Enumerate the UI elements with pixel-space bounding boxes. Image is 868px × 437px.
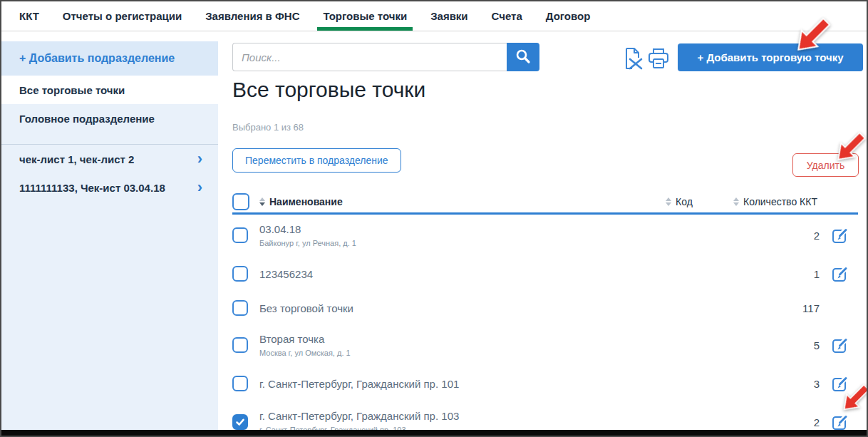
row-checkbox[interactable] xyxy=(232,266,248,282)
row-kkt-count: 2 xyxy=(733,230,822,242)
sort-icon xyxy=(733,197,739,206)
table-row: г. Санкт-Петербург, Гражданский пр. 101 … xyxy=(232,366,858,401)
page-title: Все торговые точки xyxy=(232,78,425,102)
row-kkt-count: 3 xyxy=(733,378,822,390)
row-kkt-count: 5 xyxy=(733,339,822,351)
tab-invoices[interactable]: Счета xyxy=(492,1,522,31)
row-checkbox[interactable] xyxy=(232,300,248,316)
tab-contract[interactable]: Договор xyxy=(546,1,591,31)
sidebar-item-label: Все торговые точки xyxy=(19,84,125,96)
row-checkbox[interactable] xyxy=(232,376,248,391)
sidebar-group-checklist[interactable]: чек-лист 1, чек-лист 2 › xyxy=(1,145,218,173)
selection-summary: Выбрано 1 из 68 xyxy=(232,122,304,133)
bottom-bar xyxy=(1,430,867,436)
row-name: Без торговой точки xyxy=(259,302,666,314)
row-kkt-count: 1 xyxy=(733,268,822,280)
sidebar-group-chekist[interactable]: 1111111133, Чек-ист 03.04.18 › xyxy=(1,173,218,202)
sidebar-group-label: чек-лист 1, чек-лист 2 xyxy=(19,153,134,165)
tab-trade-points[interactable]: Торговые точки xyxy=(323,1,407,31)
edit-icon[interactable] xyxy=(831,336,849,354)
tab-fns-applications[interactable]: Заявления в ФНС xyxy=(205,1,299,31)
sort-icon xyxy=(666,197,671,206)
row-checkbox[interactable] xyxy=(232,414,248,430)
row-address: Байконур г, ул Речная, д. 1 xyxy=(259,239,666,247)
row-checkbox[interactable] xyxy=(232,337,248,353)
edit-icon[interactable] xyxy=(831,226,849,245)
row-name: 03.04.18 xyxy=(259,223,666,235)
move-to-division-button[interactable]: Переместить в подразделение xyxy=(232,148,401,173)
search-input[interactable] xyxy=(232,43,507,71)
tab-kkt[interactable]: ККТ xyxy=(19,1,39,31)
row-name: г. Санкт-Петербург, Гражданский пр. 103 xyxy=(259,410,666,422)
table-row: 03.04.18 Байконур г, ул Речная, д. 1 2 xyxy=(232,215,858,256)
excel-export-icon[interactable] xyxy=(621,46,643,73)
row-name: Вторая точка xyxy=(259,333,666,345)
sidebar-item-all-trade-points[interactable]: Все торговые точки xyxy=(1,76,218,104)
search-bar xyxy=(232,43,539,71)
app-window: ККТ Отчеты о регистрации Заявления в ФНС… xyxy=(0,0,868,437)
table-header-row: Наименование Код Количество ККТ xyxy=(232,190,858,215)
tab-registration-reports[interactable]: Отчеты о регистрации xyxy=(63,1,182,31)
sidebar-group-label: 1111111133, Чек-ист 03.04.18 xyxy=(19,182,165,194)
print-icon[interactable] xyxy=(646,47,671,73)
add-trade-point-button[interactable]: + Добавить торговую точку xyxy=(678,43,863,71)
main-panel: + Добавить торговую точку Все торговые т… xyxy=(218,32,867,430)
chevron-right-icon: › xyxy=(197,180,202,195)
add-division-button[interactable]: + Добавить подразделение xyxy=(1,41,218,76)
row-name: г. Санкт-Петербург, Гражданский пр. 101 xyxy=(259,378,666,390)
trade-points-table: Наименование Код Количество ККТ 03.04.18 xyxy=(232,190,858,437)
table-row: 123456234 1 xyxy=(232,256,858,292)
sort-icon xyxy=(259,197,265,206)
row-6-edit-icon[interactable] xyxy=(831,413,849,431)
column-header-kkt-count[interactable]: Количество ККТ xyxy=(733,196,822,207)
edit-icon[interactable] xyxy=(831,374,849,393)
select-all-checkbox[interactable] xyxy=(232,193,249,210)
delete-button[interactable]: Удалить xyxy=(792,153,859,177)
sidebar: + Добавить подразделение Все торговые то… xyxy=(1,41,218,430)
row-address: Москва г, ул Омская, д. 1 xyxy=(259,349,666,357)
sidebar-item-head-division[interactable]: Головное подразделение xyxy=(1,104,218,133)
row-checkbox[interactable] xyxy=(232,227,248,243)
top-navigation: ККТ Отчеты о регистрации Заявления в ФНС… xyxy=(1,1,867,31)
row-name: 123456234 xyxy=(259,268,666,280)
sidebar-item-label: Головное подразделение xyxy=(19,113,155,125)
tab-requests[interactable]: Заявки xyxy=(430,1,467,31)
column-header-code[interactable]: Код xyxy=(666,196,733,207)
search-icon xyxy=(515,48,532,67)
row-kkt-count: 117 xyxy=(733,302,822,314)
chevron-right-icon: › xyxy=(197,151,202,167)
search-button[interactable] xyxy=(507,43,539,71)
column-header-name[interactable]: Наименование xyxy=(259,196,666,207)
table-row: Без торговой точки 117 xyxy=(232,292,858,324)
table-row: Вторая точка Москва г, ул Омская, д. 1 5 xyxy=(232,324,858,366)
row-kkt-count: 2 xyxy=(733,416,822,428)
edit-icon[interactable] xyxy=(831,264,849,283)
